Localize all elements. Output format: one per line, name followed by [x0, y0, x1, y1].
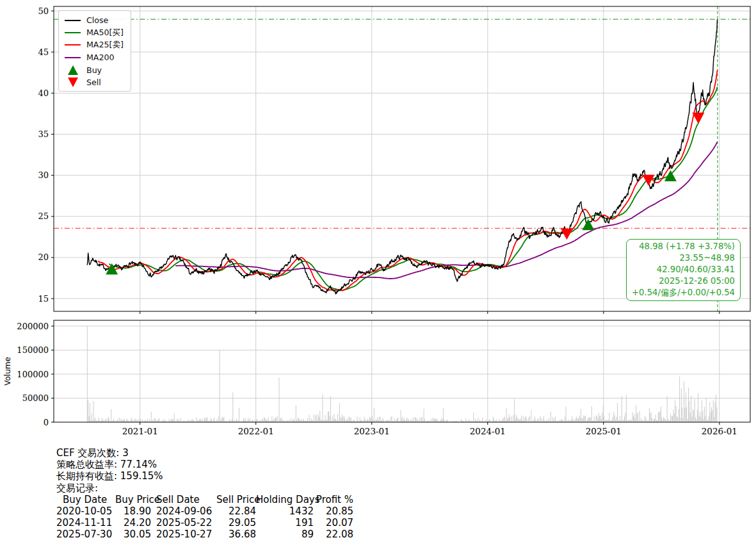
- legend-item-close: Close: [65, 14, 124, 26]
- x-tick-label: 2026-01: [702, 426, 737, 436]
- volume-axis-frame: [54, 320, 750, 422]
- trade-cell: 18.90: [115, 505, 151, 517]
- volume-y-tick-label: 150000: [17, 345, 49, 355]
- buy-marker: [582, 219, 594, 231]
- x-tick-label: 2023-01: [354, 426, 390, 436]
- trade-count-line: CEF 交易次数: 3: [56, 447, 353, 459]
- legend-label: Buy: [86, 65, 102, 75]
- trade-cell: 22.84: [216, 505, 256, 517]
- volume-axis-title: Volume: [3, 357, 12, 386]
- trade-header-cell: Sell Date: [156, 494, 216, 505]
- volume-y-tick-label: 200000: [17, 322, 49, 331]
- annotation-line: +0.54/偏多/+0.00/+0.54: [632, 287, 735, 299]
- main-y-tick-label: 25: [38, 211, 49, 221]
- trade-cell: 191: [256, 517, 314, 529]
- volume-y-tick-label: 100000: [17, 370, 49, 379]
- legend-label: Sell: [86, 78, 101, 87]
- trade-cell: 2025-07-30: [56, 529, 115, 540]
- x-tick-label: 2025-01: [586, 426, 622, 436]
- trade-cell: 24.20: [115, 517, 151, 529]
- sell-marker: [692, 113, 704, 124]
- strategy-stats: CEF 交易次数: 3 策略总收益率: 77.14% 长期持有收益: 159.1…: [56, 447, 353, 541]
- trade-cell: 2024-09-06: [156, 505, 216, 517]
- strategy-return-line: 策略总收益率: 77.14%: [56, 459, 353, 470]
- legend-item-ma50: MA50[买]: [65, 26, 124, 38]
- trade-row: 2024-11-1124.202025-05-2229.0519120.07: [56, 517, 353, 529]
- trade-cell: 20.07: [314, 517, 353, 529]
- trade-cell: 89: [256, 529, 314, 540]
- annotation-line: 48.98 (+1.78 +3.78%): [632, 241, 735, 252]
- line-swatch-icon: [65, 32, 81, 33]
- volume-grid: [54, 320, 750, 422]
- line-swatch-icon: [65, 57, 81, 58]
- sell-marker: [561, 229, 573, 240]
- trade-cell: 29.05: [216, 517, 256, 529]
- legend-item-buy: Buy: [65, 64, 124, 76]
- legend-label: MA200: [86, 53, 115, 62]
- legend-marker-swatch: [65, 78, 81, 87]
- legend-label: MA25[卖]: [86, 40, 124, 51]
- trade-row: 2020-10-0518.902024-09-0622.84143220.85: [56, 505, 353, 517]
- legend-item-ma200: MA200: [65, 51, 124, 63]
- close-line: [87, 19, 717, 294]
- volume-y-tick-label: 50000: [22, 393, 49, 403]
- sell-triangle-icon: [68, 78, 78, 87]
- main-y-tick-label: 35: [38, 129, 49, 139]
- annotation-line: 23.55~48.98: [632, 252, 735, 264]
- legend-label: Close: [86, 15, 108, 25]
- main-y-tick-label: 45: [38, 47, 49, 57]
- legend-label: MA50[买]: [86, 28, 124, 38]
- annotation-line: 42.90/40.60/33.41: [632, 264, 735, 275]
- trade-cell: 22.08: [314, 529, 353, 540]
- trade-cell: 30.05: [115, 529, 151, 540]
- trade-cell: 2025-10-27: [156, 529, 216, 540]
- x-tick-label: 2021-01: [122, 426, 158, 436]
- trade-header-cell: Sell Price: [216, 494, 256, 505]
- axis-ticks: [51, 11, 720, 425]
- trade-header-cell: Profit %: [314, 494, 353, 505]
- trade-markers: [106, 113, 704, 275]
- trade-header-cell: Buy Price: [115, 494, 151, 505]
- legend-item-sell: Sell: [65, 76, 124, 88]
- line-swatch-icon: [65, 20, 81, 21]
- trade-cell: 2020-10-05: [56, 505, 115, 517]
- trade-table-header: Buy DateBuy PriceSell DateSell PriceHold…: [56, 494, 353, 505]
- main-y-tick-label: 30: [38, 170, 49, 180]
- trade-records-label: 交易记录:: [56, 482, 353, 494]
- trade-header-cell: Holding Days: [256, 494, 314, 505]
- legend-line-swatch: [65, 32, 81, 33]
- main-y-tick-label: 40: [38, 88, 49, 98]
- x-tick-label: 2022-01: [238, 426, 274, 436]
- trade-cell: 20.85: [314, 505, 353, 517]
- trade-cell: 1432: [256, 505, 314, 517]
- trade-records-table: Buy DateBuy PriceSell DateSell PriceHold…: [56, 494, 353, 541]
- trade-cell: 2024-11-11: [56, 517, 115, 529]
- main-y-tick-label: 15: [38, 294, 49, 304]
- legend-item-ma25: MA25[卖]: [65, 39, 124, 51]
- volume-y-tick-label: 0: [44, 418, 49, 427]
- main-y-tick-label: 50: [38, 6, 49, 16]
- line-swatch-icon: [65, 44, 81, 45]
- legend-line-swatch: [65, 57, 81, 58]
- legend-line-swatch: [65, 20, 81, 21]
- trade-cell: 2025-05-22: [156, 517, 216, 529]
- trade-row: 2025-07-3030.052025-10-2736.688922.08: [56, 529, 353, 540]
- main-y-tick-label: 20: [38, 252, 49, 262]
- stock-strategy-chart-page: 1520253035404550050000100000150000200000…: [0, 0, 756, 549]
- annotation-line: 2025-12-26 05:00: [632, 275, 735, 287]
- legend-line-swatch: [65, 44, 81, 45]
- price-annotation-box: 48.98 (+1.78 +3.78%)23.55~48.9842.90/40.…: [626, 239, 741, 301]
- buy-triangle-icon: [68, 65, 78, 75]
- hold-return-line: 长期持有收益: 159.15%: [56, 470, 353, 482]
- trade-header-cell: Buy Date: [56, 494, 115, 505]
- legend-marker-swatch: [65, 65, 81, 75]
- x-tick-label: 2024-01: [470, 426, 506, 436]
- chart-legend: CloseMA50[买]MA25[卖]MA200BuySell: [58, 10, 131, 92]
- trade-cell: 36.68: [216, 529, 256, 540]
